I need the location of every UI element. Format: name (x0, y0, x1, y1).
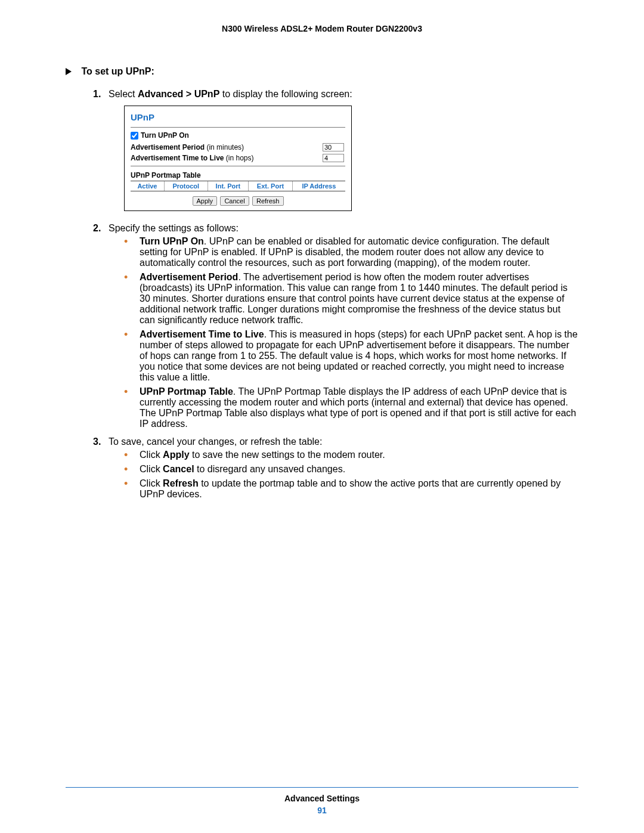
portmap-table: Active Protocol Int. Port Ext. Port IP A… (131, 181, 345, 191)
s3b-pre: Click (140, 464, 163, 474)
bullet-apply: • Click Apply to save the new settings t… (124, 450, 578, 460)
col-intport: Int. Port (208, 181, 249, 191)
bullet-icon: • (124, 450, 140, 460)
col-extport: Ext. Port (249, 181, 293, 191)
step-number: 3. (93, 436, 109, 503)
adv-period-label: Advertisement Period (131, 143, 205, 151)
upnp-screenshot: UPnP Turn UPnP On Advertisement Period (… (124, 106, 352, 211)
bullet-portmap: • UPnP Portmap Table. The UPnP Portmap T… (124, 386, 578, 429)
bullet-icon: • (124, 272, 140, 326)
step1-pre: Select (109, 89, 138, 99)
procedure-heading: To set up UPnP: (66, 66, 578, 77)
s3a-pre: Click (140, 450, 163, 460)
bullet-icon: • (124, 464, 140, 475)
s3c-bold: Refresh (163, 478, 199, 488)
panel-title: UPnP (131, 112, 345, 122)
bullet-icon: • (124, 386, 140, 429)
ttl-unit: (in hops) (224, 154, 254, 162)
bullet-adv-period: • Advertisement Period. The advertisemen… (124, 272, 578, 326)
b2-title: Advertisement Period (140, 272, 238, 282)
page-footer: Advanced Settings 91 (66, 782, 578, 815)
step1-bold: Advanced > UPnP (138, 89, 219, 99)
turn-upnp-on-checkbox[interactable] (131, 132, 138, 140)
s3c-pre: Click (140, 478, 163, 488)
s3b-post: to disregard any unsaved changes. (194, 464, 346, 474)
portmap-title: UPnP Portmap Table (131, 171, 345, 179)
step-2: 2. Specify the settings as follows: • Tu… (93, 223, 578, 433)
step-number: 2. (93, 223, 109, 433)
bullet-icon: • (124, 329, 140, 383)
footer-section: Advanced Settings (66, 794, 578, 803)
bullet-refresh: • Click Refresh to update the portmap ta… (124, 478, 578, 500)
s3c-post: to update the portmap table and to show … (140, 478, 561, 499)
footer-page-number: 91 (66, 806, 578, 815)
bullet-ttl: • Advertisement Time to Live. This is me… (124, 329, 578, 383)
col-ipaddr: IP Address (292, 181, 345, 191)
col-protocol: Protocol (164, 181, 208, 191)
adv-period-unit: (in minutes) (205, 143, 244, 151)
bullet-icon: • (124, 236, 140, 268)
step-number: 1. (93, 89, 109, 219)
s3b-bold: Cancel (163, 464, 194, 474)
ttl-input[interactable] (323, 154, 344, 162)
b4-title: UPnP Portmap Table (140, 386, 233, 397)
refresh-button[interactable]: Refresh (252, 196, 284, 206)
step3-text: To save, cancel your changes, or refresh… (109, 436, 322, 447)
bullet-cancel: • Click Cancel to disregard any unsaved … (124, 464, 578, 475)
triangle-right-icon (66, 68, 72, 75)
step1-post: to display the following screen: (219, 89, 352, 99)
col-active: Active (131, 181, 164, 191)
s3a-bold: Apply (163, 450, 189, 460)
turn-upnp-on-label: Turn UPnP On (141, 131, 189, 140)
cancel-button[interactable]: Cancel (220, 196, 249, 206)
s3a-post: to save the new settings to the modem ro… (190, 450, 385, 460)
b3-title: Advertisement Time to Live (140, 329, 264, 339)
doc-title: N300 Wireless ADSL2+ Modem Router DGN220… (66, 24, 578, 33)
bullet-icon: • (124, 478, 140, 500)
bullet-turn-upnp-on: • Turn UPnP On. UPnP can be enabled or d… (124, 236, 578, 268)
b1-title: Turn UPnP On (140, 236, 204, 246)
apply-button[interactable]: Apply (193, 196, 218, 206)
procedure-title: To set up UPnP: (81, 66, 154, 76)
ttl-label: Advertisement Time to Live (131, 154, 224, 162)
adv-period-input[interactable] (323, 143, 344, 151)
step-1: 1. Select Advanced > UPnP to display the… (93, 89, 578, 219)
step2-text: Specify the settings as follows: (109, 223, 239, 233)
step-3: 3. To save, cancel your changes, or refr… (93, 436, 578, 503)
